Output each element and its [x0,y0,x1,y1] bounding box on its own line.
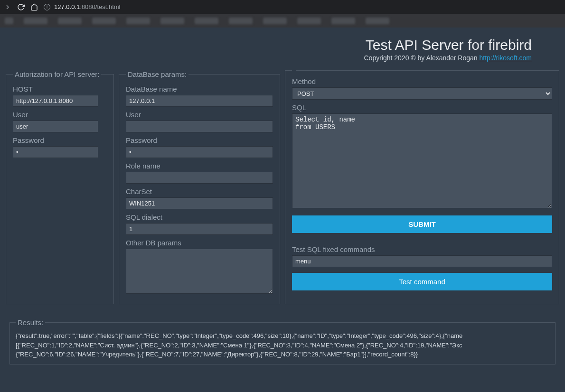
url-text: 127.0.0.1:8080/test.html [54,3,121,10]
site-info-icon[interactable]: i [44,4,50,10]
otherdb-label: Other DB params [126,239,273,247]
dbuser-input[interactable] [126,121,273,132]
submit-button[interactable]: SUBMIT [292,215,552,233]
dbuser-label: User [126,111,273,119]
auth-user-input[interactable] [13,121,98,132]
auth-user-label: User [13,111,107,119]
test-command-button[interactable]: Test command [292,273,552,290]
page-title: Test API Server for firebird [5,37,532,53]
browser-toolbar: i 127.0.0.1:8080/test.html [0,0,565,14]
method-select[interactable]: POST [292,87,552,100]
page-header: Test API Server for firebird Copyright 2… [5,37,560,62]
dialect-input[interactable] [126,223,273,235]
fixed-label: Test SQL fixed commands [292,245,552,253]
bookmarks-bar [0,14,565,28]
host-input[interactable] [13,95,98,107]
home-icon[interactable] [30,3,38,11]
results-fieldset: Results: {"result":true,"error":"","tabl… [9,318,556,364]
reload-icon[interactable] [17,3,25,11]
dbpassword-input[interactable] [126,146,273,158]
db-fieldset: DataBase params: DataBase name User Pass… [119,70,280,304]
auth-password-label: Password [13,136,107,144]
results-legend: Results: [16,318,45,327]
dbpassword-label: Password [126,136,273,144]
author-link[interactable]: http://rikosoft.com [480,54,532,62]
sql-label: SQL [292,103,552,112]
auth-fieldset: Autorization for API server: HOST User P… [6,70,114,304]
request-fieldset: Method POST SQL Select id, name from USE… [285,70,559,304]
charset-input[interactable] [126,197,273,209]
results-body: {"result":true,"error":"","table":{"fiel… [16,331,549,359]
fixed-input[interactable] [292,255,552,267]
role-label: Role name [126,162,273,170]
forward-icon[interactable] [4,3,11,11]
address-bar[interactable]: i 127.0.0.1:8080/test.html [44,3,121,10]
auth-password-input[interactable] [13,146,98,158]
sql-textarea[interactable]: Select id, name from USERS [292,113,552,208]
charset-label: CharSet [126,187,273,196]
role-input[interactable] [126,172,273,184]
method-label: Method [292,77,552,85]
dialect-label: SQL dialect [126,213,273,221]
dbname-label: DataBase name [126,85,273,93]
dbname-input[interactable] [126,95,273,107]
otherdb-textarea[interactable] [126,249,273,294]
auth-legend: Autorization for API server: [13,70,101,78]
copyright-text: Copyright 2020 © by Alexander Rogan [364,54,479,62]
db-legend: DataBase params: [126,70,188,78]
host-label: HOST [13,85,107,93]
